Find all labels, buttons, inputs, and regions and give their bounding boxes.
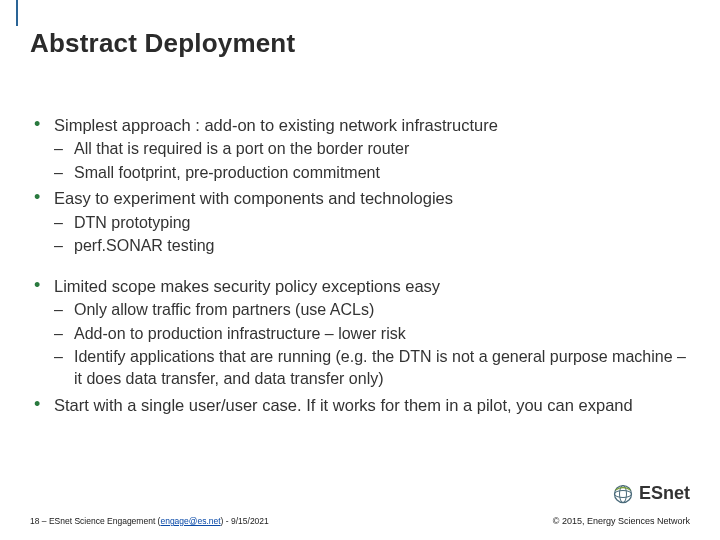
sub-text: Only allow traffic from partners (use AC… (74, 301, 374, 318)
footer-copyright: © 2015, Energy Sciences Network (553, 516, 690, 526)
sub-text: Small footprint, pre-production commitme… (74, 164, 380, 181)
footer-date: 9/15/2021 (231, 516, 269, 526)
footer-close: ) - (221, 516, 231, 526)
slide: Abstract Deployment Simplest approach : … (0, 0, 720, 540)
list-item: perf.SONAR testing (54, 235, 690, 257)
list-item: Small footprint, pre-production commitme… (54, 162, 690, 184)
bullet-text: Easy to experiment with components and t… (54, 189, 453, 207)
esnet-logo: ESnet (613, 483, 690, 504)
bullet-text: Limited scope makes security policy exce… (54, 277, 440, 295)
list-item: Only allow traffic from partners (use AC… (54, 299, 690, 321)
sub-text: DTN prototyping (74, 214, 191, 231)
globe-icon (613, 484, 633, 504)
footer: 18 – ESnet Science Engagement (engage@es… (30, 516, 690, 526)
accent-bar (16, 0, 18, 26)
footer-org: ESnet Science Engagement ( (49, 516, 161, 526)
list-item: All that is required is a port on the bo… (54, 138, 690, 160)
sub-text: perf.SONAR testing (74, 237, 215, 254)
footer-email-link[interactable]: engage@es.net (160, 516, 220, 526)
bullet-list: Limited scope makes security policy exce… (30, 275, 690, 416)
list-item: Add-on to production infrastructure – lo… (54, 323, 690, 345)
logo-text: ESnet (639, 483, 690, 504)
spacer (30, 261, 690, 275)
sub-list: DTN prototyping perf.SONAR testing (54, 212, 690, 257)
bullet-text: Start with a single user/user case. If i… (54, 396, 633, 414)
bullet-list: Simplest approach : add-on to existing n… (30, 114, 690, 257)
sub-text: Identify applications that are running (… (74, 348, 686, 387)
footer-sep: – (39, 516, 48, 526)
svg-point-1 (614, 490, 631, 497)
sub-list: Only allow traffic from partners (use AC… (54, 299, 690, 389)
footer-left: 18 – ESnet Science Engagement (engage@es… (30, 516, 269, 526)
list-item: Limited scope makes security policy exce… (30, 275, 690, 390)
list-item: Start with a single user/user case. If i… (30, 394, 690, 416)
list-item: Easy to experiment with components and t… (30, 187, 690, 256)
list-item: DTN prototyping (54, 212, 690, 234)
sub-list: All that is required is a port on the bo… (54, 138, 690, 183)
page-title: Abstract Deployment (30, 28, 295, 59)
sub-text: Add-on to production infrastructure – lo… (74, 325, 406, 342)
list-item: Identify applications that are running (… (54, 346, 690, 389)
bullet-text: Simplest approach : add-on to existing n… (54, 116, 498, 134)
content-area: Simplest approach : add-on to existing n… (30, 114, 690, 420)
list-item: Simplest approach : add-on to existing n… (30, 114, 690, 183)
sub-text: All that is required is a port on the bo… (74, 140, 409, 157)
